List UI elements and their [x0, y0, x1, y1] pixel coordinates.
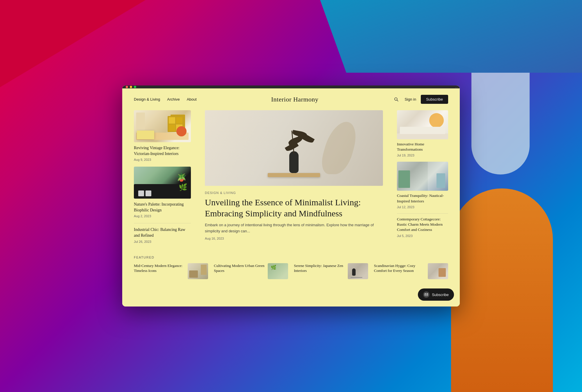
- featured-title[interactable]: Unveiling the Essence of Minimalist Livi…: [205, 197, 383, 219]
- featured-excerpt: Embark on a journey of intentional livin…: [205, 222, 383, 234]
- browser-window: ··· Design & Living Archive About Interi…: [122, 85, 460, 307]
- bottom-article-image-midcentury: [188, 263, 208, 279]
- bottom-featured-section: FEATURED Mid-Century Modern Elegance: Ti…: [122, 249, 460, 279]
- bottom-article-text-hygge: Scandinavian Hygge: Cozy Comfort for Eve…: [374, 263, 425, 273]
- article-title-home-transform: Innovative Home Transformations: [397, 142, 448, 152]
- article-date-industrial: Jul 26, 2023: [134, 240, 191, 243]
- site-title: Interior Harmony: [271, 96, 319, 103]
- main-grid: Reviving Vintage Elegance: Victorian-Ins…: [122, 110, 460, 249]
- bottom-article-title-urban-green: Cultivating Modern Urban Green Spaces: [214, 263, 265, 273]
- article-image-victorian: [134, 110, 191, 142]
- nav-left: Design & Living Archive About: [134, 97, 197, 101]
- article-title-coastal: Coastal Tranquility: Nautical-Inspired I…: [397, 193, 448, 204]
- left-column: Reviving Vintage Elegance: Victorian-Ins…: [134, 110, 198, 249]
- site-content: Design & Living Archive About Interior H…: [122, 88, 460, 307]
- bottom-article-urban-green[interactable]: Cultivating Modern Urban Green Spaces 🌿: [214, 263, 288, 279]
- signin-button[interactable]: Sign in: [404, 97, 416, 101]
- right-column: Innovative Home Transformations Jul 19, …: [390, 110, 448, 249]
- article-card-cottagecore[interactable]: Contemporary Cottagecore: Rustic Charm M…: [397, 213, 448, 238]
- subscribe-float-button[interactable]: Subscribe: [418, 288, 454, 301]
- article-title-industrial: Industrial Chic: Balancing Raw and Refin…: [134, 227, 191, 238]
- featured-article-image[interactable]: [205, 110, 383, 186]
- article-card-home-transform[interactable]: Innovative Home Transformations Jul 19, …: [397, 110, 448, 157]
- bottom-article-zen[interactable]: Serene Simplicity: Japanese Zen Interior…: [294, 263, 368, 279]
- article-title-cottagecore: Contemporary Cottagecore: Rustic Charm M…: [397, 217, 448, 233]
- envelope-icon: [425, 293, 428, 296]
- svg-line-1: [397, 100, 398, 101]
- article-image-biophilic: 🌿: [134, 167, 191, 199]
- nav-link-design-living[interactable]: Design & Living: [134, 97, 160, 101]
- bottom-article-title-midcentury: Mid-Century Modern Elegance: Timeless Ic…: [134, 263, 185, 273]
- article-card-victorian[interactable]: Reviving Vintage Elegance: Victorian-Ins…: [134, 110, 191, 161]
- article-card-coastal[interactable]: Coastal Tranquility: Nautical-Inspired I…: [397, 162, 448, 209]
- bottom-article-text-midcentury: Mid-Century Modern Elegance: Timeless Ic…: [134, 263, 185, 273]
- browser-close-dot[interactable]: [126, 86, 128, 88]
- subscribe-button[interactable]: Subscribe: [421, 95, 448, 104]
- nav-link-archive[interactable]: Archive: [167, 97, 180, 101]
- article-date-cottagecore: Jul 5, 2023: [397, 234, 448, 238]
- bottom-article-text-urban-green: Cultivating Modern Urban Green Spaces: [214, 263, 265, 273]
- bottom-article-midcentury[interactable]: Mid-Century Modern Elegance: Timeless Ic…: [134, 263, 208, 279]
- browser-minimize-dot[interactable]: [130, 86, 132, 88]
- article-date-victorian: Aug 9, 2023: [134, 158, 191, 161]
- bottom-article-title-hygge: Scandinavian Hygge: Cozy Comfort for Eve…: [374, 263, 425, 273]
- article-date-home-transform: Jul 19, 2023: [397, 154, 448, 157]
- bottom-article-hygge[interactable]: Scandinavian Hygge: Cozy Comfort for Eve…: [374, 263, 448, 279]
- featured-articles-grid: Mid-Century Modern Elegance: Timeless Ic…: [134, 263, 448, 279]
- article-title-biophilic: Nature's Palette: Incorporating Biophili…: [134, 202, 191, 213]
- navigation: Design & Living Archive About Interior H…: [122, 88, 460, 110]
- featured-section-label: FEATURED: [134, 256, 448, 259]
- article-card-biophilic[interactable]: 🌿 Nature's Palette: Incorporating Biophi…: [134, 167, 191, 218]
- search-icon: [394, 97, 399, 102]
- bottom-article-image-hygge: [428, 263, 448, 279]
- nav-link-about[interactable]: About: [187, 97, 197, 101]
- subscribe-float-label: Subscribe: [432, 293, 449, 297]
- bottom-article-image-urban-green: 🌿: [268, 263, 288, 279]
- article-date-biophilic: Aug 2, 2023: [134, 214, 191, 218]
- featured-category: DESIGN & LIVING: [205, 191, 383, 195]
- bottom-article-text-zen: Serene Simplicity: Japanese Zen Interior…: [294, 263, 345, 273]
- article-title-victorian: Reviving Vintage Elegance: Victorian-Ins…: [134, 145, 191, 156]
- browser-chrome: ···: [122, 85, 460, 88]
- article-card-industrial[interactable]: Industrial Chic: Balancing Raw and Refin…: [134, 223, 191, 243]
- featured-date: Aug 16, 2023: [205, 237, 383, 240]
- bottom-article-image-zen: [348, 263, 368, 279]
- center-column: DESIGN & LIVING Unveiling the Essence of…: [198, 110, 390, 249]
- article-image-coastal: [397, 162, 448, 191]
- svg-rect-2: [425, 293, 428, 296]
- subscribe-float-icon: [423, 291, 430, 298]
- bottom-article-title-zen: Serene Simplicity: Japanese Zen Interior…: [294, 263, 345, 273]
- search-button[interactable]: [393, 96, 400, 103]
- browser-maximize-dot[interactable]: [134, 86, 136, 88]
- nav-right: Sign in Subscribe: [393, 95, 448, 104]
- featured-image-inner: [205, 110, 383, 186]
- article-date-coastal: Jul 12, 2023: [397, 205, 448, 209]
- article-image-home-transform: [397, 110, 448, 139]
